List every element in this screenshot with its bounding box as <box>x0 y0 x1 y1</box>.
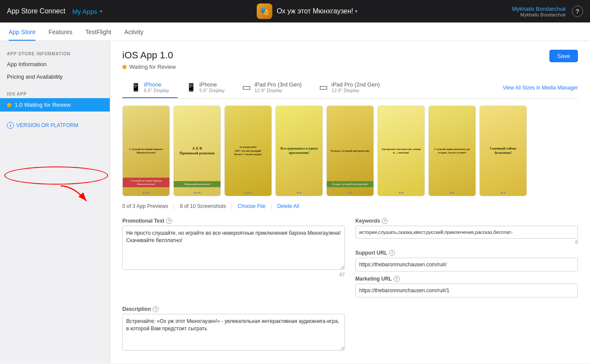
sidebar-item-app-information[interactable]: App Information <box>0 58 110 70</box>
screenshot-banner-5: Только лучший интерактив! <box>327 181 373 187</box>
screenshot-banner-1: Слушай истории барона Мюнхгаузена! <box>123 178 169 187</box>
promotional-text-input[interactable] <box>122 226 345 270</box>
tab-features[interactable]: Features <box>48 22 72 41</box>
layout: APP STORE INFORMATION App Information Pr… <box>0 41 590 363</box>
view-all-sizes-link[interactable]: View All Sizes in Media Manager <box>503 85 578 91</box>
nav-dots-2 <box>174 192 220 194</box>
ipad-3gen-icon: ▭ <box>242 82 251 93</box>
description-col: Description ? <box>122 306 345 352</box>
user-name-link[interactable]: Mykhailo Bondarchuk <box>512 6 566 12</box>
app-title-chevron: ▾ <box>355 8 357 14</box>
screenshot-banner-2: Принимай решения! <box>174 181 220 187</box>
sidebar-version-platform[interactable]: i VERSION OR PLATFORM <box>0 118 110 132</box>
nav-dots-4 <box>276 192 322 194</box>
description-input[interactable] <box>122 314 345 351</box>
separator-1: | <box>173 203 175 209</box>
keywords-col: Keywords ? 0 Support URL ? Marketing URL… <box>355 218 578 297</box>
promotional-text-col: Promotional Text ? 67 <box>122 218 345 297</box>
support-url-label: Support URL ? <box>355 250 578 256</box>
my-apps-link[interactable]: My Apps <box>72 8 97 15</box>
separator-2: | <box>231 203 233 209</box>
header-right: Mykhailo Bondarchuk Mykhailo Bondarchuk … <box>512 6 583 17</box>
sidebar-item-pricing[interactable]: Pricing and Availability <box>0 70 110 83</box>
device-tab-ipad-3gen[interactable]: ▭ iPad Pro (3rd Gen) 12.9" Display <box>233 77 310 98</box>
app-icon: 🎭 <box>257 3 272 19</box>
nav-dots-8 <box>480 192 526 194</box>
header-center: 🎭 Ох уж этот Мюнхгаузен! ▾ <box>102 3 512 19</box>
device-name-ipad2: iPad Pro (2nd Gen) <box>332 81 380 88</box>
page-title-area: iOS App 1.0 Waiting for Review <box>122 50 176 70</box>
tab-testflight[interactable]: TestFlight <box>86 22 112 41</box>
nav-tabs: App Store Features TestFlight Activity <box>0 22 590 41</box>
marketing-url-input[interactable] <box>355 284 578 297</box>
header: App Store Connect My Apps ▾ 🎭 Ох уж этот… <box>0 0 590 22</box>
device-size-iphone55: 5.5" Display <box>199 88 224 93</box>
nav-dots-3 <box>225 192 271 194</box>
screenshots-area: Слушай истории барона Мюнхгаузена! Слуша… <box>122 105 578 198</box>
sidebar-section-app-store-info: APP STORE INFORMATION <box>0 48 110 58</box>
marketing-url-label: Marketing URL ? <box>355 276 578 282</box>
choose-file-link[interactable]: Choose File <box>238 203 265 209</box>
previews-count: 0 of 3 App Previews <box>122 203 168 209</box>
keywords-label: Keywords ? <box>355 218 578 224</box>
device-tab-iphone65[interactable]: 📱 iPhone 6.5" Display <box>122 77 178 98</box>
save-button[interactable]: Save <box>549 50 578 62</box>
promotional-text-label: Promotional Text ? <box>122 218 345 224</box>
screenshot-1: Слушай истории барона Мюнхгаузена! Слуша… <box>122 105 170 196</box>
app-title-header: Ох уж этот Мюнхгаузен! ▾ <box>277 7 357 15</box>
keywords-hint[interactable]: ? <box>382 218 388 224</box>
nav-dots-7 <box>429 192 475 194</box>
status-badge: Waiting for Review <box>122 64 176 70</box>
header-brand: App Store Connect My Apps ▾ <box>7 7 102 15</box>
nav-dots-6 <box>378 192 424 194</box>
device-size-iphone65: 6.5" Display <box>144 88 169 93</box>
support-url-input[interactable] <box>355 258 578 271</box>
device-name-iphone65: iPhone <box>144 81 169 88</box>
red-oval-annotation <box>4 166 108 185</box>
sidebar-active-version[interactable]: 1.0 Waiting for Review <box>0 98 110 112</box>
device-size-ipad3: 12.9" Display <box>255 88 302 93</box>
screenshots-count: 8 of 10 Screenshots <box>180 203 226 209</box>
marketing-url-hint[interactable]: ? <box>394 276 400 282</box>
device-name-ipad3: iPad Pro (3rd Gen) <box>255 81 302 88</box>
device-size-ipad2: 12.9" Display <box>332 88 380 93</box>
description-hint[interactable]: ? <box>153 306 159 312</box>
help-button[interactable]: ? <box>572 6 583 17</box>
device-tab-iphone55[interactable]: 📱 iPhone 5.5" Display <box>178 77 233 98</box>
app-name-header: Ох уж этот Мюнхгаузен! <box>277 7 353 15</box>
form-row-1: Promotional Text ? 67 Keywords ? 0 Suppo… <box>122 218 578 297</box>
main-content: iOS App 1.0 Waiting for Review Save 📱 iP… <box>110 41 590 363</box>
support-url-hint[interactable]: ? <box>389 250 395 256</box>
device-tab-ipad-2gen[interactable]: ▭ iPad Pro (2nd Gen) 12.9" Display <box>310 77 389 98</box>
form-row-2: Description ? <box>122 306 578 352</box>
screenshot-2: А Б ВПринимай решения Принимай решения! <box>173 105 221 196</box>
tab-activity[interactable]: Activity <box>124 22 143 41</box>
ipad-2gen-icon: ▭ <box>319 82 328 93</box>
screenshot-3: то разделяет250+ иллюстраций!Более 7 час… <box>224 105 272 196</box>
page-header: iOS App 1.0 Waiting for Review Save <box>122 50 578 70</box>
keywords-input[interactable] <box>355 226 578 239</box>
active-version-label: 1.0 Waiting for Review <box>15 102 71 108</box>
empty-col <box>355 306 578 352</box>
user-label: Mykhailo Bondarchuk <box>512 12 566 17</box>
status-text: Waiting for Review <box>129 64 176 70</box>
screenshots-info: 0 of 3 App Previews | 8 of 10 Screenshot… <box>122 203 578 209</box>
screenshot-5: Только лучший интерактив! Только лучший … <box>326 105 374 196</box>
sidebar: APP STORE INFORMATION App Information Pr… <box>0 41 110 363</box>
brand-name: App Store Connect <box>7 7 65 15</box>
promotional-char-count: 67 <box>122 272 345 277</box>
promotional-text-hint[interactable]: ? <box>166 218 172 224</box>
sidebar-section-ios-app: IOS APP <box>0 88 110 98</box>
device-tabs: 📱 iPhone 6.5" Display 📱 iPhone 5.5" Disp… <box>122 77 578 99</box>
delete-all-link[interactable]: Delete All <box>277 203 299 209</box>
page-title: iOS App 1.0 <box>122 50 176 61</box>
nav-dots-5 <box>327 192 373 194</box>
device-name-iphone55: iPhone <box>199 81 224 88</box>
screenshot-6: Авторское мастерство, юмор и ...лошади! <box>377 105 425 196</box>
separator-3: | <box>271 203 272 209</box>
iphone65-icon: 📱 <box>131 83 140 92</box>
tab-app-store[interactable]: App Store <box>9 22 35 41</box>
keywords-char-count: 0 <box>355 239 578 245</box>
iphone55-icon: 📱 <box>186 83 196 92</box>
screenshot-4: Вся аудиокнига в одном приложении! <box>275 105 323 196</box>
